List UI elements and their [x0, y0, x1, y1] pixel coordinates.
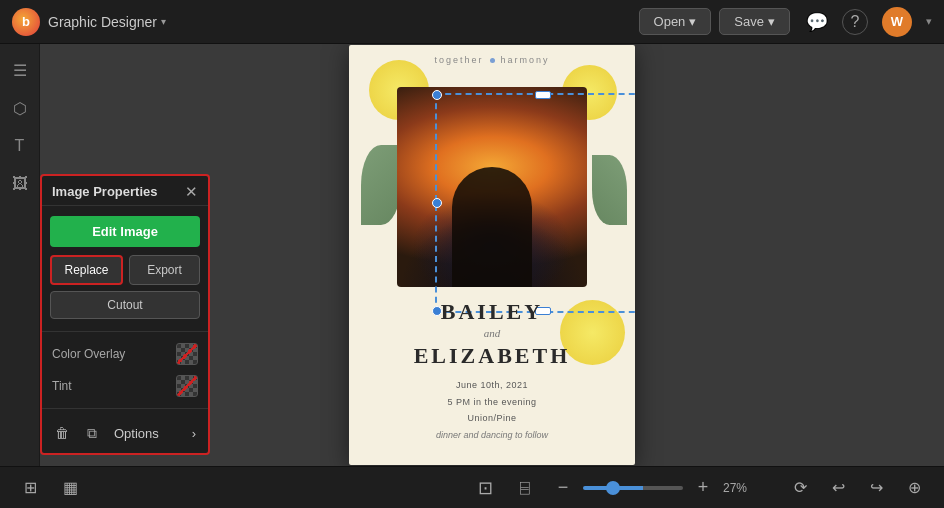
save-chevron-icon: ▾ — [768, 14, 775, 29]
card-harmony-text: harmony — [501, 55, 550, 65]
card-dot — [490, 58, 495, 63]
redo-icon[interactable]: ↪ — [862, 474, 890, 502]
zoom-controls: − + 27% — [551, 476, 758, 500]
image-icon[interactable]: ⌸ — [511, 474, 539, 502]
app-logo[interactable]: b — [12, 8, 40, 36]
help-icon[interactable]: ? — [842, 9, 868, 35]
photo-image — [397, 87, 587, 287]
sidebar-image-icon[interactable]: 🖼 — [6, 170, 34, 198]
wedding-card: together harmony — [349, 45, 635, 465]
card-and-text: and — [414, 325, 571, 343]
photo-container — [397, 71, 587, 287]
card-details: June 10th, 2021 5 PM in the evening Unio… — [447, 377, 536, 426]
topbar-right-actions: 💬 ? W ▾ — [806, 7, 932, 37]
bottom-bar: ⊞ ▦ ⊡ ⌸ − + 27% ⟳ ↩ ↪ ⊕ — [0, 466, 944, 508]
props-bottom-row: 🗑 ⧉ Options › — [42, 415, 208, 445]
open-chevron-icon: ▾ — [689, 14, 696, 29]
color-overlay-label: Color Overlay — [52, 347, 125, 361]
card-time: 5 PM in the evening — [447, 394, 536, 410]
panel-overlay: Image Properties ✕ Edit Image Replace Ex… — [40, 44, 215, 466]
tint-item: Tint — [42, 370, 208, 402]
app-name-label: Graphic Designer — [48, 14, 157, 30]
photo-frame — [397, 87, 587, 287]
card-location: Union/Pine — [447, 410, 536, 426]
replace-button[interactable]: Replace — [50, 255, 123, 285]
layers-icon[interactable]: ⊞ — [16, 474, 44, 502]
color-overlay-item: Color Overlay — [42, 338, 208, 370]
save-button[interactable]: Save ▾ — [719, 8, 790, 35]
avatar-chevron-icon: ▾ — [926, 15, 932, 28]
zoom-minus-button[interactable]: − — [551, 476, 575, 500]
left-sidebar: ☰ ⬡ T 🖼 — [0, 44, 40, 466]
divider-1 — [42, 331, 208, 332]
cutout-row: Cutout — [42, 291, 208, 325]
sidebar-text-icon[interactable]: T — [6, 132, 34, 160]
card-together-text: together — [434, 55, 483, 65]
tint-swatch[interactable] — [176, 375, 198, 397]
card-inner: together harmony — [349, 45, 635, 465]
delete-icon[interactable]: 🗑 — [50, 421, 74, 445]
color-overlay-swatch[interactable] — [176, 343, 198, 365]
options-button[interactable]: Options › — [110, 426, 200, 441]
download-icon[interactable]: ⊕ — [900, 474, 928, 502]
props-panel-title: Image Properties — [52, 184, 158, 199]
sidebar-layers-icon[interactable]: ☰ — [6, 56, 34, 84]
loop-icon[interactable]: ⟳ — [786, 474, 814, 502]
props-panel-header: Image Properties ✕ — [42, 176, 208, 206]
comment-icon[interactable]: 💬 — [806, 11, 828, 33]
frame-icon[interactable]: ⊡ — [471, 474, 499, 502]
replace-export-row: Replace Export — [42, 255, 208, 291]
canvas-area[interactable]: Image Properties ✕ Edit Image Replace Ex… — [40, 44, 944, 466]
app-name-chevron-icon: ▾ — [161, 16, 166, 27]
edit-image-button[interactable]: Edit Image — [50, 216, 200, 247]
main-area: ☰ ⬡ T 🖼 Image Properties ✕ Edit Image Re… — [0, 44, 944, 466]
card-top-text: together harmony — [434, 55, 549, 65]
zoom-level-label: 27% — [723, 481, 758, 495]
cutout-button[interactable]: Cutout — [50, 291, 200, 319]
divider-2 — [42, 408, 208, 409]
grid-icon[interactable]: ▦ — [56, 474, 84, 502]
card-names: Bailey and Elizabeth — [414, 299, 571, 369]
zoom-plus-button[interactable]: + — [691, 476, 715, 500]
tint-label: Tint — [52, 379, 72, 393]
leaf-left — [361, 145, 401, 225]
photo-couple-silhouette — [452, 167, 532, 287]
app-name-button[interactable]: Graphic Designer ▾ — [48, 14, 166, 30]
undo-icon[interactable]: ↩ — [824, 474, 852, 502]
bottom-right-icons: ⟳ ↩ ↪ ⊕ — [786, 474, 928, 502]
props-close-button[interactable]: ✕ — [185, 184, 198, 199]
avatar-letter: W — [891, 14, 903, 29]
duplicate-icon[interactable]: ⧉ — [80, 421, 104, 445]
card-name2: Elizabeth — [414, 343, 571, 369]
card-footer-text: dinner and dancing to follow — [436, 430, 548, 440]
open-button[interactable]: Open ▾ — [639, 8, 712, 35]
leaf-right — [592, 155, 627, 225]
card-name1: Bailey — [414, 299, 571, 325]
card-date: June 10th, 2021 — [447, 377, 536, 393]
image-properties-panel: Image Properties ✕ Edit Image Replace Ex… — [40, 174, 210, 455]
sidebar-shapes-icon[interactable]: ⬡ — [6, 94, 34, 122]
zoom-slider[interactable] — [583, 486, 683, 490]
topbar: b Graphic Designer ▾ Open ▾ Save ▾ 💬 ? W… — [0, 0, 944, 44]
topbar-center-actions: Open ▾ Save ▾ — [639, 8, 790, 35]
avatar-button[interactable]: W — [882, 7, 912, 37]
export-button[interactable]: Export — [129, 255, 200, 285]
